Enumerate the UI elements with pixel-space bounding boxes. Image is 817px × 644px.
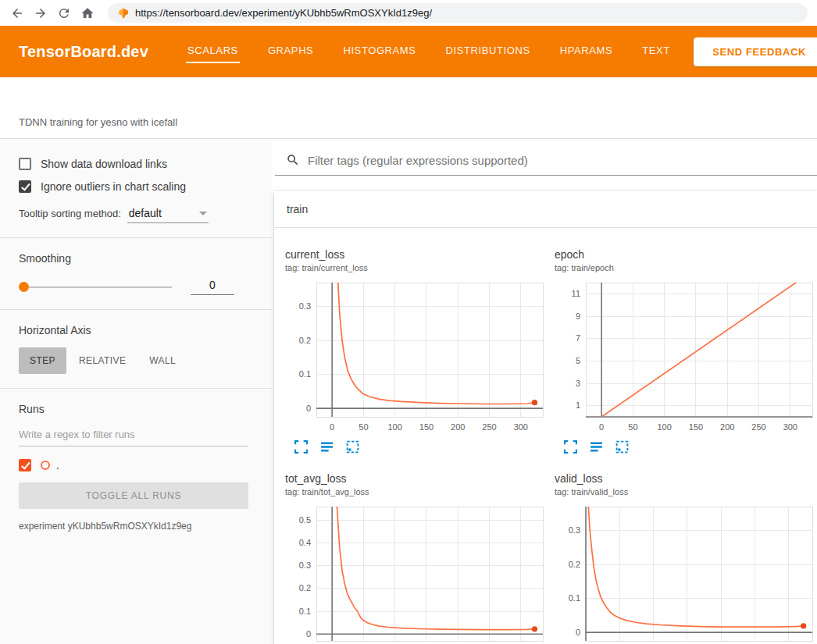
smoothing-slider[interactable] bbox=[19, 282, 172, 292]
svg-text:7: 7 bbox=[576, 333, 580, 343]
svg-text:200: 200 bbox=[720, 422, 734, 432]
line-chart[interactable]: 5010015020025030000.10.20.3 bbox=[555, 503, 816, 644]
toggle-y-axis-icon[interactable] bbox=[590, 440, 603, 454]
tab-hparams[interactable]: HPARAMS bbox=[558, 40, 615, 63]
svg-text:100: 100 bbox=[658, 422, 672, 432]
svg-text:50: 50 bbox=[628, 422, 637, 432]
expand-chart-icon[interactable] bbox=[564, 440, 577, 454]
svg-text:11: 11 bbox=[572, 289, 580, 298]
chart-toolbar bbox=[555, 440, 816, 454]
chart-title: tot_avg_loss bbox=[285, 472, 547, 485]
svg-text:3: 3 bbox=[576, 379, 580, 388]
svg-text:200: 200 bbox=[451, 422, 465, 432]
run-name: . bbox=[56, 459, 59, 471]
axis-step-button[interactable]: STEP bbox=[19, 347, 66, 374]
forward-icon[interactable] bbox=[33, 5, 48, 21]
tensorboard-favicon bbox=[117, 7, 129, 19]
svg-text:0: 0 bbox=[576, 628, 580, 637]
tooltip-sorting-select[interactable]: default bbox=[127, 207, 209, 223]
train-section-header[interactable]: train bbox=[274, 191, 817, 228]
show-download-links-checkbox-row[interactable]: Show data download links bbox=[19, 158, 248, 170]
toggle-y-axis-icon[interactable] bbox=[320, 440, 334, 454]
svg-text:0.2: 0.2 bbox=[299, 583, 311, 592]
svg-text:250: 250 bbox=[751, 422, 765, 432]
chevron-down-icon bbox=[199, 212, 207, 215]
tab-histograms[interactable]: HISTOGRAMS bbox=[341, 40, 417, 63]
run-checkbox[interactable] bbox=[19, 459, 31, 471]
svg-text:150: 150 bbox=[689, 422, 703, 432]
tag-filter-input[interactable] bbox=[308, 154, 817, 167]
svg-text:0.2: 0.2 bbox=[569, 560, 580, 569]
reload-icon[interactable] bbox=[56, 5, 72, 21]
svg-text:0: 0 bbox=[599, 422, 604, 432]
svg-text:9: 9 bbox=[576, 311, 580, 321]
chart-tag: tag: train/tot_avg_loss bbox=[285, 487, 547, 496]
ignore-outliers-checkbox-row[interactable]: Ignore outliers in chart scaling bbox=[19, 180, 248, 193]
svg-text:0.3: 0.3 bbox=[299, 560, 311, 570]
svg-text:300: 300 bbox=[783, 422, 797, 432]
run-list-item[interactable]: . bbox=[19, 459, 248, 471]
fit-domain-icon[interactable] bbox=[615, 440, 629, 454]
sidebar-divider bbox=[0, 388, 272, 389]
svg-text:100: 100 bbox=[388, 422, 402, 432]
expand-chart-icon[interactable] bbox=[294, 440, 308, 454]
chart-tag: tag: train/epoch bbox=[555, 263, 816, 272]
show-download-links-checkbox[interactable] bbox=[19, 158, 31, 170]
sidebar-divider bbox=[0, 309, 272, 310]
tab-scalars[interactable]: SCALARS bbox=[186, 40, 240, 63]
line-chart[interactable]: 05010015020025030000.10.20.3 bbox=[285, 279, 547, 438]
svg-text:0: 0 bbox=[306, 404, 311, 413]
svg-text:0.1: 0.1 bbox=[299, 369, 311, 379]
experiment-description-bar: TDNN training for yesno with icefall bbox=[0, 77, 817, 139]
back-icon[interactable] bbox=[9, 5, 25, 21]
smoothing-label: Smoothing bbox=[19, 252, 248, 265]
slider-thumb[interactable] bbox=[19, 282, 29, 292]
svg-text:0: 0 bbox=[306, 629, 311, 639]
chart-epoch: epoch tag: train/epoch 05010015020025030… bbox=[555, 248, 816, 454]
svg-text:150: 150 bbox=[419, 422, 433, 432]
smoothing-slider-row: 0 bbox=[19, 279, 248, 295]
tab-text[interactable]: TEXT bbox=[640, 40, 672, 63]
fit-domain-icon[interactable] bbox=[346, 440, 359, 454]
chart-current-loss: current_loss tag: train/current_loss 050… bbox=[285, 248, 547, 454]
smoothing-value[interactable]: 0 bbox=[191, 279, 234, 295]
chart-valid-loss: valid_loss tag: train/valid_loss 5010015… bbox=[555, 472, 816, 644]
experiment-description: TDNN training for yesno with icefall bbox=[19, 116, 177, 128]
runs-label: Runs bbox=[19, 403, 248, 415]
horizontal-axis-options: STEP RELATIVE WALL bbox=[19, 347, 248, 374]
tab-distributions[interactable]: DISTRIBUTIONS bbox=[444, 40, 532, 63]
url-text: https://tensorboard.dev/experiment/yKUbh… bbox=[135, 7, 432, 19]
search-icon bbox=[286, 153, 300, 167]
chart-title: epoch bbox=[555, 248, 816, 261]
slider-rail bbox=[19, 286, 172, 288]
browser-chrome: https://tensorboard.dev/experiment/yKUbh… bbox=[0, 0, 817, 26]
experiment-name: experiment yKUbhb5wRmOSXYkId1z9eg bbox=[19, 521, 248, 532]
svg-text:0: 0 bbox=[330, 422, 334, 432]
svg-text:0.4: 0.4 bbox=[299, 538, 311, 547]
chart-svg: 05010015020025030000.10.20.30.40.5 bbox=[285, 503, 547, 644]
axis-wall-button[interactable]: WALL bbox=[138, 347, 187, 374]
chart-title: valid_loss bbox=[555, 472, 816, 485]
home-icon[interactable] bbox=[80, 5, 95, 21]
axis-relative-button[interactable]: RELATIVE bbox=[68, 347, 137, 374]
chart-tot-avg-loss: tot_avg_loss tag: train/tot_avg_loss 050… bbox=[285, 472, 547, 644]
charts-grid: current_loss tag: train/current_loss 050… bbox=[274, 228, 817, 644]
sidebar-divider bbox=[0, 237, 272, 238]
ignore-outliers-label: Ignore outliers in chart scaling bbox=[41, 180, 186, 193]
app-title: TensorBoard.dev bbox=[19, 43, 148, 61]
line-chart[interactable]: 05010015020025030000.10.20.30.40.5 bbox=[285, 503, 547, 644]
toggle-all-runs-button[interactable]: TOGGLE ALL RUNS bbox=[19, 482, 248, 509]
chart-tag: tag: train/valid_loss bbox=[555, 487, 816, 496]
address-bar[interactable]: https://tensorboard.dev/experiment/yKUbh… bbox=[108, 3, 808, 23]
svg-text:0.1: 0.1 bbox=[569, 593, 580, 603]
chart-tag: tag: train/current_loss bbox=[285, 263, 547, 272]
svg-text:250: 250 bbox=[482, 422, 496, 432]
ignore-outliers-checkbox[interactable] bbox=[19, 180, 31, 193]
chart-toolbar bbox=[285, 440, 547, 454]
runs-filter-input[interactable] bbox=[19, 423, 248, 447]
send-feedback-button[interactable]: SEND FEEDBACK bbox=[694, 37, 817, 66]
tab-graphs[interactable]: GRAPHS bbox=[266, 40, 316, 63]
chart-svg: 05010015020025030000.10.20.3 bbox=[285, 279, 547, 435]
line-chart[interactable]: 0501001502002503001357911 bbox=[555, 279, 816, 438]
svg-text:0.3: 0.3 bbox=[299, 301, 311, 311]
